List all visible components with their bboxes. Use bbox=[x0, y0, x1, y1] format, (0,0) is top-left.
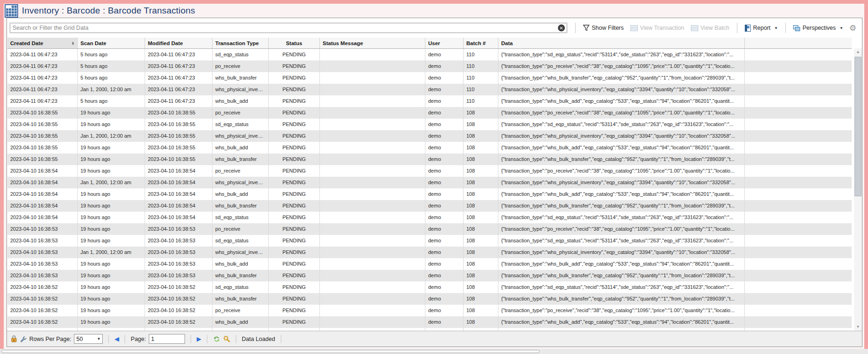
next-page-arrow[interactable]: ▶ bbox=[197, 336, 201, 342]
rows-per-page-label: Rows Per Page: bbox=[29, 336, 71, 342]
search-input[interactable] bbox=[10, 23, 567, 33]
column-header-status-message[interactable]: Status Message bbox=[320, 38, 425, 48]
table-row[interactable]: 2023-04-10 16:38:52Jan 1, 2000, 12:00 am… bbox=[7, 328, 852, 331]
table-row[interactable]: 2023-04-10 16:38:53Jan 1, 2000, 12:00 am… bbox=[7, 247, 852, 258]
lock-icon[interactable] bbox=[11, 335, 17, 342]
cell-data: {"transaction_type":"sd_eqp_status","rec… bbox=[498, 212, 745, 223]
cell-transaction-type: sd_eqp_status bbox=[212, 235, 269, 247]
column-header-status[interactable]: Status bbox=[269, 38, 320, 48]
cell-created-date: 2023-04-11 06:47:23 bbox=[7, 84, 78, 95]
horizontal-scrollbar[interactable] bbox=[0, 349, 868, 354]
cell-transaction-type: whs_bulk_add bbox=[212, 258, 269, 270]
view-batch-button[interactable]: View Batch bbox=[691, 25, 729, 31]
column-header-transaction-type[interactable]: Transaction Type bbox=[212, 38, 269, 48]
cell-created-date: 2023-04-10 16:38:55 bbox=[7, 119, 78, 130]
column-header-batch[interactable]: Batch # bbox=[464, 38, 498, 48]
rows-per-page-select[interactable]: 50 ▼ bbox=[74, 334, 103, 344]
table-row[interactable]: 2023-04-10 16:38:5519 hours ago2023-04-1… bbox=[7, 142, 852, 154]
cell-scan-date: 19 hours ago bbox=[78, 200, 145, 212]
cell-status: PENDING bbox=[269, 293, 320, 305]
table-row[interactable]: 2023-04-10 16:38:55Jan 1, 2000, 12:00 am… bbox=[7, 130, 852, 142]
cell-modified-date: 2023-04-10 16:38:54 bbox=[145, 188, 212, 200]
table-row[interactable]: 2023-04-10 16:38:5519 hours ago2023-04-1… bbox=[7, 107, 852, 119]
cell-user: demo bbox=[425, 305, 464, 316]
table-row[interactable]: 2023-04-10 16:38:5419 hours ago2023-04-1… bbox=[7, 188, 852, 200]
perspectives-button[interactable]: Perspectives ▼ bbox=[793, 25, 843, 31]
cell-status: PENDING bbox=[269, 72, 320, 84]
table-row[interactable]: 2023-04-10 16:38:5219 hours ago2023-04-1… bbox=[7, 305, 852, 316]
cell-data: {"transaction_type":"whs_bulk_add","eqp_… bbox=[498, 95, 745, 107]
cell-batch: 108 bbox=[464, 154, 498, 165]
show-filters-button[interactable]: Show Filters bbox=[583, 25, 624, 31]
cell-scan-date: 5 hours ago bbox=[78, 95, 145, 107]
cell-modified-date: 2023-04-10 16:38:55 bbox=[145, 142, 212, 154]
cell-transaction-type: sd_eqp_status bbox=[212, 281, 269, 293]
settings-gear-icon[interactable]: ⚙ bbox=[849, 23, 856, 33]
prev-page-arrow[interactable]: ◀ bbox=[114, 336, 119, 342]
table-row[interactable]: 2023-04-10 16:38:5419 hours ago2023-04-1… bbox=[7, 165, 852, 177]
cell-scan-date: Jan 1, 2000, 12:00 am bbox=[78, 328, 145, 331]
scroll-down-icon[interactable]: ▼ bbox=[854, 323, 862, 331]
view-batch-icon bbox=[691, 25, 698, 31]
column-header-modified-date[interactable]: Modified Date bbox=[145, 38, 212, 48]
cell-modified-date: 2023-04-10 16:38:53 bbox=[145, 223, 212, 235]
cell-filler bbox=[745, 142, 852, 154]
column-header-user[interactable]: User bbox=[425, 38, 464, 48]
table-row[interactable]: 2023-04-10 16:38:54Jan 1, 2000, 12:00 am… bbox=[7, 177, 852, 188]
cell-transaction-type: po_receive bbox=[212, 60, 269, 72]
table-row[interactable]: 2023-04-11 06:47:235 hours ago2023-04-11… bbox=[7, 60, 852, 72]
cell-data: {"transaction_type":"whs_bulk_transfer",… bbox=[498, 293, 745, 305]
scrollbar-thumb[interactable] bbox=[855, 57, 861, 196]
cell-modified-date: 2023-04-10 16:38:53 bbox=[145, 247, 212, 258]
cell-user: demo bbox=[425, 316, 464, 328]
table-row[interactable]: 2023-04-10 16:38:5219 hours ago2023-04-1… bbox=[7, 293, 852, 305]
cell-user: demo bbox=[425, 84, 464, 95]
content-frame: Inventory : Barcode : Barcode Transactio… bbox=[4, 4, 864, 349]
cell-status: PENDING bbox=[269, 119, 320, 130]
column-header-scan-date[interactable]: Scan Date bbox=[78, 38, 145, 48]
table-row[interactable]: 2023-04-10 16:38:5519 hours ago2023-04-1… bbox=[7, 154, 852, 165]
clear-search-icon[interactable]: ✕ bbox=[558, 25, 565, 32]
scroll-up-icon[interactable]: ▲ bbox=[854, 48, 862, 56]
magnifier-icon[interactable] bbox=[223, 335, 230, 342]
table-row[interactable]: 2023-04-11 06:47:235 hours ago2023-04-11… bbox=[7, 49, 852, 60]
column-header-data[interactable]: Data bbox=[498, 38, 745, 48]
vertical-scrollbar[interactable]: ▲ ▼ bbox=[854, 48, 862, 331]
cell-filler bbox=[745, 130, 852, 142]
table-row[interactable]: 2023-04-10 16:38:5419 hours ago2023-04-1… bbox=[7, 212, 852, 223]
cell-created-date: 2023-04-10 16:38:53 bbox=[7, 223, 78, 235]
cell-transaction-type: whs_bulk_transfer bbox=[212, 72, 269, 84]
cell-data: {"transaction_type":"po_receive","recid"… bbox=[498, 223, 745, 235]
table-row[interactable]: 2023-04-10 16:38:5219 hours ago2023-04-1… bbox=[7, 316, 852, 328]
cell-user: demo bbox=[425, 270, 464, 281]
table-row[interactable]: 2023-04-11 06:47:23Jan 1, 2000, 12:00 am… bbox=[7, 84, 852, 95]
cell-batch: 108 bbox=[464, 247, 498, 258]
table-row[interactable]: 2023-04-11 06:47:235 hours ago2023-04-11… bbox=[7, 72, 852, 84]
cell-scan-date: Jan 1, 2000, 12:00 am bbox=[78, 130, 145, 142]
cell-filler bbox=[745, 60, 852, 72]
cell-batch: 108 bbox=[464, 107, 498, 119]
horizontal-scrollbar-thumb[interactable] bbox=[1, 350, 540, 353]
table-row[interactable]: 2023-04-10 16:38:5319 hours ago2023-04-1… bbox=[7, 223, 852, 235]
refresh-icon[interactable] bbox=[213, 335, 220, 343]
table-row[interactable]: 2023-04-10 16:38:5519 hours ago2023-04-1… bbox=[7, 119, 852, 130]
column-header-created-date[interactable]: Created Date ▲▼ bbox=[7, 38, 78, 48]
statusbar-separator bbox=[108, 335, 109, 343]
cell-filler bbox=[745, 84, 852, 95]
cell-created-date: 2023-04-10 16:38:54 bbox=[7, 188, 78, 200]
table-row[interactable]: 2023-04-10 16:38:5319 hours ago2023-04-1… bbox=[7, 270, 852, 281]
table-row[interactable]: 2023-04-10 16:38:5419 hours ago2023-04-1… bbox=[7, 200, 852, 212]
report-button[interactable]: Report ▼ bbox=[745, 25, 778, 32]
cell-data: {"transaction_type":"sd_eqp_status","rec… bbox=[498, 49, 745, 60]
view-transaction-button[interactable]: View Transaction bbox=[630, 25, 684, 31]
cell-batch: 110 bbox=[464, 49, 498, 60]
table-row[interactable]: 2023-04-11 06:47:235 hours ago2023-04-11… bbox=[7, 95, 852, 107]
page-input[interactable] bbox=[149, 334, 185, 344]
table-row[interactable]: 2023-04-10 16:38:5319 hours ago2023-04-1… bbox=[7, 258, 852, 270]
cell-filler bbox=[745, 49, 852, 60]
cell-filler bbox=[745, 258, 852, 270]
sort-icon: ▲▼ bbox=[72, 41, 74, 45]
wrench-icon[interactable] bbox=[20, 336, 27, 342]
table-row[interactable]: 2023-04-10 16:38:5219 hours ago2023-04-1… bbox=[7, 281, 852, 293]
table-row[interactable]: 2023-04-10 16:38:5319 hours ago2023-04-1… bbox=[7, 235, 852, 247]
